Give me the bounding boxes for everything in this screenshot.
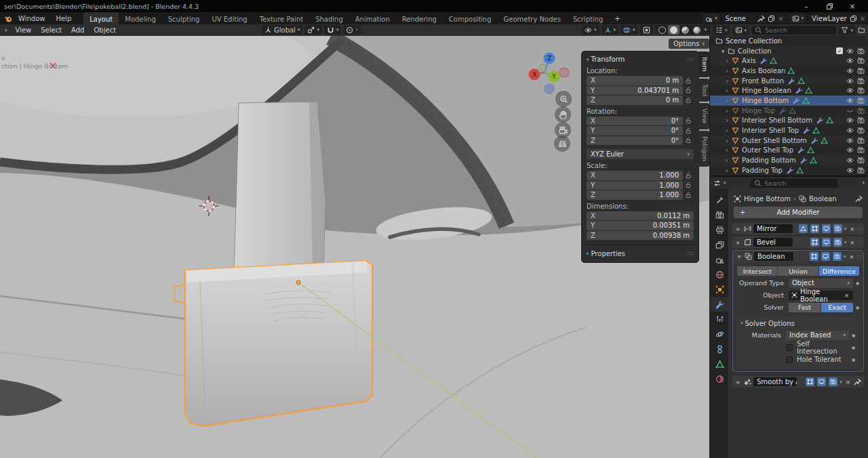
shading-material-button[interactable]	[679, 25, 691, 35]
properties-tab-physics[interactable]	[710, 327, 729, 341]
viewport-display-toggle[interactable]	[821, 252, 830, 261]
expand-icon[interactable]: ›	[724, 157, 730, 164]
hole-tolerant-checkbox[interactable]	[786, 356, 793, 363]
outliner-item-row[interactable]: › Padding Bottom	[710, 155, 868, 165]
shading-dropdown[interactable]: ▾	[703, 27, 709, 33]
properties-tab-material[interactable]	[710, 371, 729, 386]
disable-render-icon[interactable]	[857, 117, 865, 124]
pin-icon[interactable]	[757, 15, 765, 22]
viewport-menu[interactable]: Select	[36, 26, 66, 34]
zoom-button[interactable]	[555, 91, 572, 107]
workspace-tab[interactable]: Geometry Nodes	[498, 12, 567, 24]
sidebar-tab[interactable]: Item	[698, 51, 709, 77]
modifier-row-mirror[interactable]: ▸ Mirror ▾ × ∷	[732, 223, 864, 234]
snap-target-dropdown[interactable]: ▾	[304, 25, 322, 35]
collapse-icon[interactable]: ▾	[719, 47, 726, 55]
hide-eye-icon[interactable]	[846, 146, 854, 154]
outliner-item-row[interactable]: › Hinge Bottom	[710, 96, 868, 106]
lock-icon[interactable]	[683, 182, 694, 188]
solver-options-header[interactable]: ▾ Solver Options	[737, 318, 859, 328]
scale-field[interactable]: Z1.000	[587, 190, 683, 200]
object-visibility-dropdown[interactable]: ▾	[582, 25, 599, 35]
outliner-collection-row[interactable]: ▾ Collection ✓	[710, 46, 868, 56]
hide-eye-icon[interactable]	[846, 117, 854, 124]
new-viewlayer-icon[interactable]	[850, 15, 857, 22]
new-scene-icon[interactable]	[768, 15, 775, 22]
shading-rendered-button[interactable]	[691, 25, 703, 35]
lock-icon[interactable]	[683, 117, 694, 124]
disable-render-icon[interactable]	[857, 107, 865, 114]
transform-panel-header[interactable]: ▾ Transform ∷∷	[587, 54, 694, 64]
solver-mode-button[interactable]: Exact	[821, 303, 853, 312]
outliner-item-row[interactable]: › Outer Shell Bottom	[710, 136, 868, 146]
drag-handle-icon[interactable]: ∷∷	[688, 56, 694, 63]
sidebar-tab[interactable]: View	[698, 103, 709, 129]
shading-wireframe-button[interactable]	[656, 25, 668, 35]
pin-icon[interactable]	[854, 378, 861, 386]
disable-render-icon[interactable]	[857, 137, 865, 144]
expand-icon[interactable]: ▸	[735, 225, 742, 232]
decorator-dot[interactable]: ●	[849, 333, 858, 337]
outliner-item-row[interactable]: › Padding Top	[710, 165, 868, 175]
properties-panel-header[interactable]: ▸ Properties ∷∷	[587, 248, 694, 259]
outliner-search[interactable]	[751, 26, 836, 35]
properties-tab-object[interactable]	[710, 282, 729, 297]
sidebar-tab[interactable]: Poliigon	[698, 131, 709, 167]
modifier-name-field[interactable]: Mirror	[753, 224, 793, 233]
viewport-menu[interactable]: Add	[66, 26, 89, 34]
close-button[interactable]: ×	[841, 3, 864, 10]
lock-icon[interactable]	[683, 172, 694, 179]
add-workspace-button[interactable]: +	[609, 15, 625, 22]
workspace-tab[interactable]: UV Editing	[205, 12, 253, 24]
hide-eye-icon[interactable]	[846, 97, 854, 104]
viewport-menu[interactable]: View	[11, 26, 37, 34]
disable-render-icon[interactable]	[857, 97, 865, 104]
operand-type-dropdown[interactable]: Object▾	[789, 278, 853, 288]
lock-icon[interactable]	[683, 97, 694, 104]
properties-tab-view-layer[interactable]	[710, 237, 729, 252]
expand-icon[interactable]: ›	[724, 77, 730, 85]
perspective-toggle-button[interactable]	[554, 136, 570, 152]
breadcrumb-modifier[interactable]: Boolean	[809, 195, 837, 203]
render-toggle[interactable]	[833, 252, 842, 261]
properties-editor-icon[interactable]	[713, 180, 721, 187]
disable-render-icon[interactable]	[857, 87, 865, 94]
drag-handle-icon[interactable]: ∷	[858, 226, 861, 232]
menu-item[interactable]: Help	[50, 15, 77, 22]
modifier-name-field[interactable]: Boolean	[754, 252, 793, 261]
minimize-button[interactable]: –	[795, 3, 818, 10]
expand-icon[interactable]: ▸	[735, 238, 742, 246]
expand-icon[interactable]: ›	[724, 87, 730, 94]
workspace-tab[interactable]: Animation	[349, 12, 396, 24]
hide-eye-icon[interactable]	[846, 87, 854, 94]
scene-name-field[interactable]: Scene ×	[722, 14, 787, 23]
properties-tab-render[interactable]	[710, 207, 729, 222]
drag-handle-icon[interactable]: ∷	[857, 253, 861, 260]
properties-tab-modifiers[interactable]	[710, 297, 729, 312]
realtime-toggle[interactable]	[806, 377, 814, 386]
outliner-item-row[interactable]: › Hinge Top	[710, 106, 868, 116]
dimensions-field[interactable]: Y0.00351 m	[587, 221, 694, 230]
modifier-name-field[interactable]: Smooth by A...	[753, 377, 797, 386]
clear-object-icon[interactable]: ×	[843, 292, 850, 299]
realtime-toggle[interactable]	[810, 224, 819, 233]
decorator-dot[interactable]: ●	[849, 357, 858, 362]
hide-eye-icon[interactable]	[846, 137, 854, 144]
render-toggle[interactable]	[829, 377, 837, 386]
render-toggle[interactable]	[833, 238, 842, 247]
viewport-display-toggle[interactable]	[822, 238, 831, 247]
lock-icon[interactable]	[683, 127, 694, 134]
drag-handle-icon[interactable]: ∷∷	[688, 250, 694, 257]
outliner-item-row[interactable]: › Front Button	[710, 76, 868, 86]
delete-modifier-icon[interactable]: ×	[848, 226, 856, 232]
expand-icon[interactable]: ›	[724, 117, 730, 124]
materials-dropdown[interactable]: Index Based▾	[786, 331, 849, 340]
disable-render-icon[interactable]	[857, 127, 865, 134]
properties-options-dropdown[interactable]: ▾	[862, 180, 865, 186]
realtime-toggle[interactable]	[810, 238, 819, 247]
scale-field[interactable]: Y1.000	[587, 181, 683, 190]
menu-item[interactable]: Window	[13, 15, 50, 22]
modifier-extras-dropdown[interactable]: ▾	[844, 226, 847, 232]
modifier-name-field[interactable]: Bevel	[753, 238, 793, 247]
properties-tab-object-data[interactable]	[710, 356, 729, 371]
